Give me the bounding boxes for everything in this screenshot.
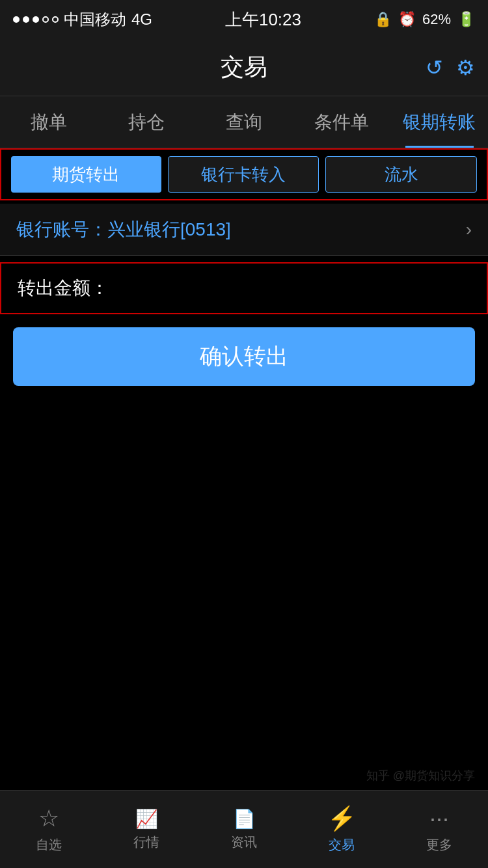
main-content: 银行账号：兴业银行[0513] › 转出金额： 确认转出 — [0, 204, 488, 386]
watchlist-icon: ☆ — [38, 805, 59, 832]
watermark: 知乎 @期货知识分享 — [366, 768, 475, 783]
settings-icon[interactable]: ⚙ — [456, 55, 475, 80]
status-left: 中国移动 4G — [13, 9, 152, 30]
main-nav: 撤单 持仓 查询 条件单 银期转账 — [0, 96, 488, 148]
news-icon: 📄 — [233, 808, 256, 830]
subtab-期货转出[interactable]: 期货转出 — [11, 156, 161, 193]
market-icon: 📈 — [135, 808, 158, 830]
tab-撤单[interactable]: 撤单 — [0, 96, 98, 148]
status-bar: 中国移动 4G 上午10:23 🔒 ⏰ 62% 🔋 — [0, 0, 488, 39]
confirm-transfer-button[interactable]: 确认转出 — [13, 327, 475, 386]
title-bar: 交易 ↺ ⚙ — [0, 39, 488, 96]
dot1 — [13, 16, 20, 23]
time-label: 上午10:23 — [225, 8, 301, 31]
watchlist-label: 自选 — [36, 836, 62, 854]
alarm-icon: ⏰ — [398, 11, 416, 28]
chevron-right-icon: › — [466, 219, 472, 240]
status-right: 🔒 ⏰ 62% 🔋 — [374, 11, 475, 28]
tab-查询[interactable]: 查询 — [195, 96, 293, 148]
tab-银期转账[interactable]: 银期转账 — [390, 96, 488, 148]
dot3 — [33, 16, 39, 23]
news-label: 资讯 — [231, 834, 257, 851]
bottom-item-交易[interactable]: ⚡ 交易 — [293, 791, 390, 868]
sub-tab-container: 期货转出 银行卡转入 流水 — [0, 148, 488, 200]
dot4 — [42, 16, 49, 23]
network-label: 4G — [131, 10, 152, 29]
title-actions: ↺ ⚙ — [426, 55, 475, 80]
subtab-银行卡转入[interactable]: 银行卡转入 — [168, 156, 319, 193]
tab-持仓[interactable]: 持仓 — [98, 96, 195, 148]
dot2 — [23, 16, 29, 23]
bank-account-label: 银行账号：兴业银行[0513] — [16, 217, 231, 242]
bottom-item-更多[interactable]: ··· 更多 — [390, 791, 488, 868]
bank-account-row[interactable]: 银行账号：兴业银行[0513] › — [0, 204, 488, 256]
tab-条件单[interactable]: 条件单 — [293, 96, 390, 148]
battery-icon: 🔋 — [457, 11, 475, 28]
bottom-navigation: ☆ 自选 📈 行情 📄 资讯 ⚡ 交易 ··· 更多 — [0, 790, 488, 868]
page-title: 交易 — [221, 51, 267, 83]
more-icon: ··· — [429, 805, 449, 832]
carrier-label: 中国移动 — [64, 9, 126, 30]
lock-icon: 🔒 — [374, 11, 392, 28]
amount-input[interactable] — [109, 278, 470, 299]
more-label: 更多 — [426, 836, 452, 854]
battery-label: 62% — [422, 11, 451, 28]
bottom-item-资讯[interactable]: 📄 资讯 — [195, 791, 293, 868]
amount-label: 转出金额： — [18, 276, 109, 301]
subtab-流水[interactable]: 流水 — [325, 156, 477, 193]
refresh-icon[interactable]: ↺ — [426, 55, 443, 80]
bottom-item-自选[interactable]: ☆ 自选 — [0, 791, 98, 868]
dot5 — [52, 16, 59, 23]
market-label: 行情 — [133, 834, 159, 851]
signal-dots — [13, 16, 59, 23]
bottom-item-行情[interactable]: 📈 行情 — [98, 791, 195, 868]
amount-row: 转出金额： — [0, 262, 488, 314]
trade-icon: ⚡ — [327, 805, 357, 832]
trade-label: 交易 — [329, 836, 355, 854]
